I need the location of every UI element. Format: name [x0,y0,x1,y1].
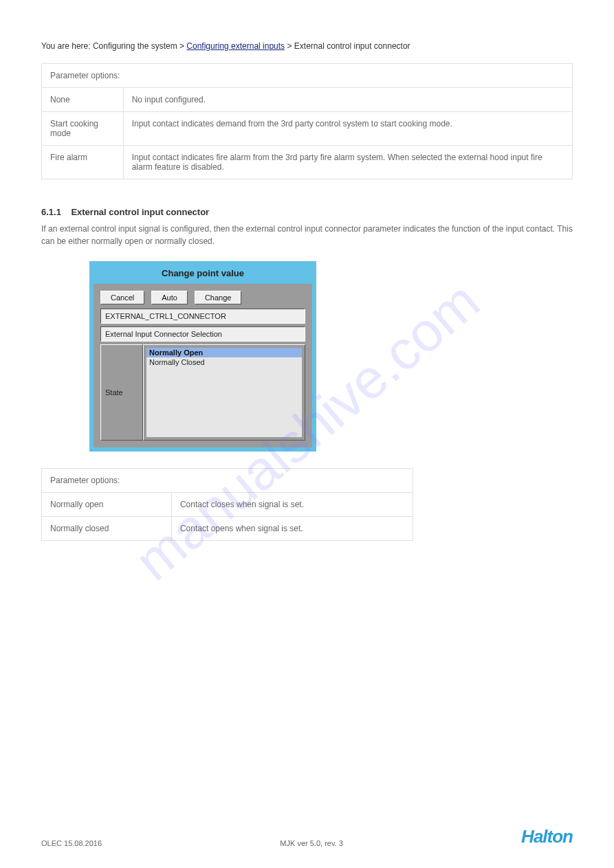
param-name: Normally closed [42,517,172,541]
option-normally-open[interactable]: Normally Open [146,348,302,357]
section-number: 6.1.1 [41,207,61,217]
breadcrumb-suffix: > External control input connector [285,41,410,51]
change-point-value-dialog: Change point value Cancel Auto Change EX… [89,261,316,452]
param-desc: Input contact indicates demand from the … [123,112,572,146]
dialog-title: Change point value [89,261,316,284]
page-footer: OLEC 15.08.2016 MJK ver 5.0, rev. 3 Halt… [41,826,573,847]
table-row: Normally open Contact closes when signal… [42,493,413,517]
section-heading: 6.1.1 External control input connector [41,207,573,217]
param-name: Normally open [42,493,172,517]
footer-left: OLEC 15.08.2016 [41,839,102,847]
dialog-button-row: Cancel Auto Change [100,291,305,304]
section-title: External control input connector [71,207,209,217]
state-row: State Normally Open Normally Closed [100,344,305,441]
state-label: State [100,344,143,441]
state-listbox[interactable]: Normally Open Normally Closed [146,348,302,437]
table-row: None No input configured. [42,88,573,112]
halton-logo: Halton [521,826,573,847]
table-row: Fire alarm Input contact indicates fire … [42,146,573,179]
state-list-cell: Normally Open Normally Closed [143,344,305,441]
param-name: Fire alarm [42,146,124,179]
breadcrumb: You are here: Configuring the system > C… [41,41,573,51]
param-desc: Contact opens when signal is set. [171,517,413,541]
cancel-button[interactable]: Cancel [100,291,144,304]
param-desc: No input configured. [123,88,572,112]
parameter-table-1: Parameter options: None No input configu… [41,63,573,179]
change-button[interactable]: Change [195,291,242,304]
section-description: If an external control input signal is c… [41,223,573,247]
param-name: Start cooking mode [42,112,124,146]
breadcrumb-link[interactable]: Configuring external inputs [186,41,285,51]
param-desc: Input contact indicates fire alarm from … [123,146,572,179]
parameter-table-2: Parameter options: Normally open Contact… [41,468,413,541]
breadcrumb-prefix: You are here: Configuring the system > [41,41,186,51]
param-name: None [42,88,124,112]
point-desc-field: External Input Connector Selection [100,326,305,342]
table-row: Normally closed Contact opens when signa… [42,517,413,541]
dialog-body: Cancel Auto Change EXTERNAL_CTRL1_CONNEC… [94,284,312,447]
page-content: You are here: Configuring the system > C… [0,0,614,561]
point-id-field: EXTERNAL_CTRL1_CONNECTOR [100,309,305,324]
table-row: Start cooking mode Input contact indicat… [42,112,573,146]
param-desc: Contact closes when signal is set. [171,493,413,517]
option-normally-closed[interactable]: Normally Closed [146,357,302,367]
footer-center: MJK ver 5.0, rev. 3 [280,839,343,847]
table2-header: Parameter options: [42,469,413,493]
auto-button[interactable]: Auto [151,291,188,304]
table1-header: Parameter options: [42,64,573,88]
